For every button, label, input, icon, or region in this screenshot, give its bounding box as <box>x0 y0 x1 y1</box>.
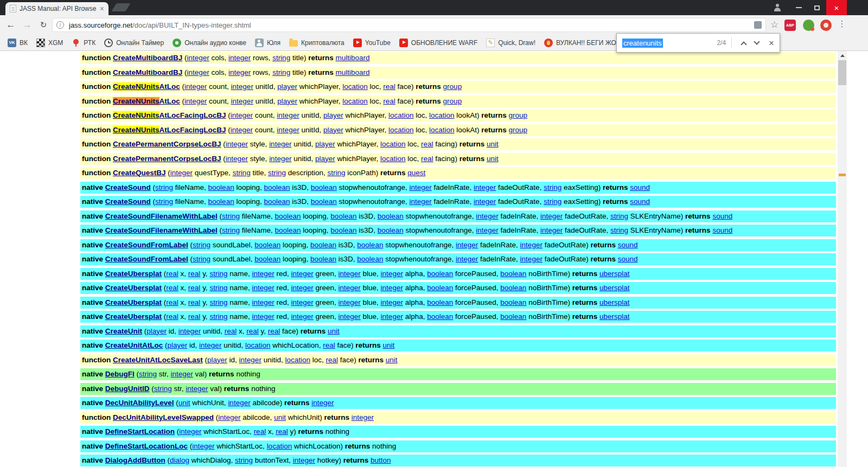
return-type-link[interactable]: ubersplat <box>599 270 630 278</box>
type-link[interactable]: real <box>166 312 178 321</box>
type-link[interactable]: location <box>245 341 271 349</box>
find-next-button[interactable] <box>750 36 763 49</box>
type-link[interactable]: real <box>326 356 338 364</box>
type-link[interactable]: string <box>209 312 227 321</box>
type-link[interactable]: integer <box>540 212 563 220</box>
return-type-link[interactable]: integer <box>311 399 334 407</box>
type-link[interactable]: boolean <box>208 183 234 191</box>
function-link[interactable]: CreateUbersplat <box>105 312 162 321</box>
type-link[interactable]: integer <box>231 97 253 105</box>
type-link[interactable]: real <box>188 298 201 306</box>
type-link[interactable]: integer <box>228 54 251 62</box>
bookmark-item[interactable]: Quick, Draw! <box>482 36 540 49</box>
type-link[interactable]: integer <box>228 399 250 407</box>
bookmark-item[interactable]: ВК <box>3 36 32 49</box>
type-link[interactable]: integer <box>252 270 274 278</box>
type-link[interactable]: integer <box>170 169 193 177</box>
return-type-link[interactable]: group <box>508 111 527 119</box>
type-link[interactable]: unit <box>178 399 190 407</box>
function-link[interactable]: CreateSoundFilenameWithLabel <box>105 212 218 220</box>
return-type-link[interactable]: group <box>443 82 462 91</box>
type-link[interactable]: string <box>222 212 240 220</box>
type-link[interactable]: integer <box>187 68 209 76</box>
type-link[interactable]: boolean <box>427 298 453 306</box>
type-link[interactable]: boolean <box>427 312 453 321</box>
type-link[interactable]: boolean <box>500 312 526 321</box>
return-type-link[interactable]: sound <box>630 183 650 191</box>
menu-icon[interactable]: ⋮ <box>838 19 846 29</box>
type-link[interactable]: unit <box>274 413 286 421</box>
reload-button[interactable]: ↻ <box>37 19 50 31</box>
type-link[interactable]: location <box>429 126 455 134</box>
type-link[interactable]: string <box>155 197 173 206</box>
type-link[interactable]: location <box>342 82 368 91</box>
type-link[interactable]: boolean <box>254 241 280 249</box>
type-link[interactable]: real <box>268 327 280 335</box>
type-link[interactable]: integer <box>179 427 201 436</box>
return-type-link[interactable]: sound <box>630 197 650 206</box>
function-link[interactable]: CreateSoundFromLabel <box>105 241 188 249</box>
type-link[interactable]: real <box>421 155 433 163</box>
maximize-button[interactable] <box>808 0 826 15</box>
extension-icon-red[interactable] <box>820 20 832 31</box>
type-link[interactable]: string <box>139 370 157 378</box>
page-info-icon[interactable]: i <box>56 21 64 29</box>
browser-tab[interactable]: JASS Manual: API Browse × <box>5 2 108 15</box>
type-link[interactable]: real <box>225 327 237 335</box>
type-link[interactable]: integer <box>339 298 361 306</box>
type-link[interactable]: integer <box>269 155 291 163</box>
page-action-icon[interactable] <box>754 21 762 29</box>
type-link[interactable]: string <box>610 226 628 234</box>
function-link[interactable]: CreateSoundFromLabel <box>105 255 188 263</box>
type-link[interactable]: boolean <box>357 241 383 249</box>
type-link[interactable]: real <box>166 284 178 292</box>
type-link[interactable]: player <box>315 140 335 148</box>
type-link[interactable]: boolean <box>330 226 356 234</box>
function-link[interactable]: CreateUnitAtLocSaveLast <box>113 356 203 364</box>
type-link[interactable]: integer <box>291 312 313 321</box>
type-link[interactable]: integer <box>291 284 313 292</box>
type-link[interactable]: string <box>268 169 286 177</box>
type-link[interactable]: real <box>166 298 178 306</box>
type-link[interactable]: real <box>276 427 288 436</box>
function-link[interactable]: DebugFI <box>105 370 135 378</box>
type-link[interactable]: boolean <box>264 197 290 206</box>
function-link[interactable]: CreateNUnitsAtLocFacingLocBJ <box>113 126 226 134</box>
type-link[interactable]: player <box>323 126 343 134</box>
type-link[interactable]: boolean <box>275 212 301 220</box>
type-link[interactable]: integer <box>291 270 313 278</box>
type-link[interactable]: string <box>209 270 227 278</box>
type-link[interactable]: location <box>267 442 292 450</box>
bookmark-item[interactable]: Онлайн Таймер <box>100 36 168 49</box>
function-link[interactable]: DialogAddButton <box>105 456 165 464</box>
type-link[interactable]: player <box>277 97 297 105</box>
type-link[interactable]: real <box>188 312 201 321</box>
new-tab-button[interactable] <box>111 3 130 11</box>
type-link[interactable]: boolean <box>311 183 337 191</box>
type-link[interactable]: integer <box>231 111 253 119</box>
type-link[interactable]: integer <box>409 183 431 191</box>
type-link[interactable]: location <box>429 111 455 119</box>
type-link[interactable]: boolean <box>264 183 290 191</box>
type-link[interactable]: integer <box>231 82 253 91</box>
scrollbar[interactable] <box>838 51 847 467</box>
find-previous-button[interactable] <box>737 36 750 49</box>
return-type-link[interactable]: unit <box>386 356 398 364</box>
function-link[interactable]: DecUnitAbilityLevelSwapped <box>113 413 214 421</box>
type-link[interactable]: integer <box>520 255 542 263</box>
type-link[interactable]: boolean <box>500 284 526 292</box>
type-link[interactable]: location <box>388 111 414 119</box>
type-link[interactable]: string <box>235 456 253 464</box>
type-link[interactable]: string <box>327 169 345 177</box>
scroll-up-icon[interactable] <box>838 51 847 60</box>
type-link[interactable]: integer <box>474 183 496 191</box>
return-type-link[interactable]: group <box>443 97 462 105</box>
type-link[interactable]: integer <box>192 442 214 450</box>
type-link[interactable]: string <box>193 241 210 249</box>
type-link[interactable]: dialog <box>170 456 189 464</box>
type-link[interactable]: string <box>154 385 172 393</box>
type-link[interactable]: boolean <box>500 270 526 278</box>
function-link[interactable]: CreateNUnitsAtLocFacingLocBJ <box>113 111 226 119</box>
type-link[interactable]: integer <box>184 82 207 91</box>
adblock-extension-icon[interactable]: ABP <box>784 20 796 31</box>
